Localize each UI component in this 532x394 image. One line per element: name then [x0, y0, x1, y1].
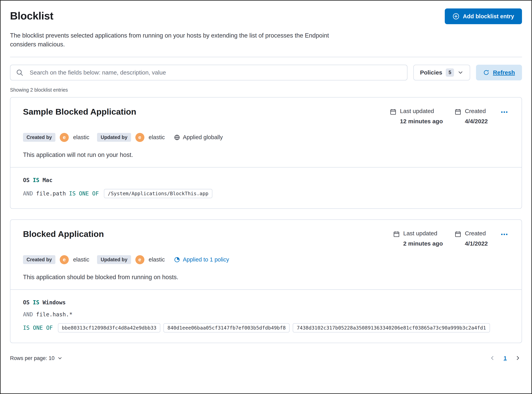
header-divider	[10, 57, 522, 57]
last-updated-label: Last updated	[403, 230, 443, 237]
criteria-line: AND file.hash.*	[23, 311, 509, 318]
blocklist-entry-card: Blocked Application Last updated 2 minut…	[10, 219, 522, 343]
rows-per-page-button[interactable]: Rows per page: 10	[10, 354, 62, 363]
entry-meta: Last updated 12 minutes ago Created 4/4/…	[390, 107, 509, 125]
avatar: e	[60, 133, 69, 142]
entry-description: This application should be blocked from …	[23, 274, 509, 281]
calendar-icon	[393, 231, 400, 238]
criteria-conjunction: AND	[23, 190, 33, 197]
created-by-user: elastic	[73, 256, 89, 263]
plus-circle-icon	[453, 13, 459, 20]
results-count: Showing 2 blocklist entries	[10, 87, 522, 93]
last-updated-value: 12 minutes ago	[400, 118, 443, 125]
criteria-value-box: bbe80313cf12098d3fc4d8a42e9dbb33	[58, 323, 161, 332]
updated-by-user: elastic	[149, 256, 165, 263]
search-icon	[16, 69, 23, 76]
page-header: Blocklist Add blocklist entry	[10, 8, 522, 24]
created-label: Created	[465, 230, 488, 237]
created-by-badge: Created by	[23, 255, 56, 264]
criteria-operator: IS ONE OF	[23, 325, 53, 331]
toolbar: Policies 5 Refresh	[10, 65, 522, 80]
boxes-horizontal-icon	[501, 109, 508, 116]
entry-attribution-row: Created by e elastic Updated by e elasti…	[23, 133, 509, 142]
created-by-user: elastic	[73, 134, 89, 140]
entry-actions-menu-button[interactable]	[500, 107, 509, 117]
criteria-line: OS IS Windows	[23, 299, 509, 306]
entry-scope-label: Applied globally	[183, 134, 223, 140]
chevron-right-icon	[515, 355, 521, 361]
created-label: Created	[465, 108, 488, 114]
criteria-field: OS	[23, 299, 30, 306]
refresh-label: Refresh	[493, 69, 515, 76]
avatar: e	[135, 255, 144, 264]
criteria-line: AND file.path IS ONE OF /System/Applicat…	[23, 189, 509, 198]
criteria-line: IS ONE OF bbe80313cf12098d3fc4d8a42e9dbb…	[23, 323, 509, 332]
policies-count-badge: 5	[446, 68, 454, 77]
created-by-badge: Created by	[23, 133, 56, 142]
criteria-operator: IS	[33, 177, 40, 183]
criteria-value-box: 840d1eee06baa05cf3147fb7ef003b5dfdb49bf8	[163, 323, 289, 332]
criteria-value-box: /System/Applications/BlockThis.app	[104, 189, 212, 198]
policies-label: Policies	[420, 69, 442, 76]
entry-title: Sample Blocked Application	[23, 107, 136, 117]
page-title: Blocklist	[10, 10, 53, 22]
chevron-down-icon	[457, 70, 463, 76]
criteria-value-box: 7438d3102c317b05228a350891363340206e81cf…	[293, 323, 490, 332]
blocklist-page: Blocklist Add blocklist entry The blockl…	[0, 0, 532, 369]
last-updated-label: Last updated	[400, 108, 443, 114]
updated-by-badge: Updated by	[97, 255, 131, 264]
globe-icon	[174, 134, 180, 140]
criteria-field: OS	[23, 177, 30, 183]
entry-title: Blocked Application	[23, 229, 104, 239]
last-updated-value: 2 minutes ago	[403, 240, 443, 247]
boxes-horizontal-icon	[501, 231, 508, 238]
entry-card-main: Blocked Application Last updated 2 minut…	[10, 220, 522, 289]
search-box	[10, 65, 407, 80]
entry-description: This application will not run on your ho…	[23, 151, 509, 158]
blocklist-entry-card: Sample Blocked Application Last updated …	[10, 97, 522, 209]
entry-scope: Applied globally	[174, 134, 223, 140]
criteria-value: Windows	[42, 299, 66, 306]
refresh-button[interactable]: Refresh	[476, 65, 522, 80]
created-value: 4/1/2022	[465, 240, 488, 247]
pagination: 1	[488, 354, 522, 363]
chevron-left-icon	[489, 355, 495, 361]
criteria-field: file.path	[36, 190, 66, 197]
table-footer: Rows per page: 10 1	[10, 354, 522, 363]
add-blocklist-entry-button[interactable]: Add blocklist entry	[445, 8, 522, 24]
updated-by-badge: Updated by	[97, 133, 131, 142]
last-updated-group: Last updated 12 minutes ago	[390, 108, 443, 125]
last-updated-group: Last updated 2 minutes ago	[393, 230, 443, 247]
policies-filter-button[interactable]: Policies 5	[413, 65, 470, 80]
entry-meta: Last updated 2 minutes ago Created 4/1/2…	[393, 229, 509, 247]
calendar-icon	[390, 109, 396, 115]
criteria-conjunction: AND	[23, 311, 33, 318]
refresh-icon	[483, 69, 489, 76]
created-group: Created 4/4/2022	[455, 108, 488, 125]
entry-criteria: OS IS Windows AND file.hash.* IS ONE OF …	[10, 289, 522, 343]
entry-attribution-row: Created by e elastic Updated by e elasti…	[23, 255, 509, 264]
entry-card-main: Sample Blocked Application Last updated …	[10, 98, 522, 167]
avatar: e	[135, 133, 144, 142]
entry-scope-label: Applied to 1 policy	[183, 256, 229, 263]
pagination-next-button[interactable]	[514, 354, 522, 363]
calendar-icon	[455, 231, 461, 238]
updated-by-user: elastic	[149, 134, 165, 140]
pagination-page-1[interactable]: 1	[502, 354, 508, 362]
pagination-prev-button[interactable]	[488, 354, 497, 363]
entry-scope-policy-link[interactable]: Applied to 1 policy	[174, 256, 229, 263]
created-value: 4/4/2022	[465, 118, 488, 125]
rows-per-page-label: Rows per page: 10	[10, 355, 55, 361]
criteria-operator: IS ONE OF	[69, 190, 99, 197]
criteria-value: Mac	[42, 177, 52, 183]
search-input[interactable]	[10, 65, 407, 80]
avatar: e	[60, 255, 69, 264]
criteria-line: OS IS Mac	[23, 177, 509, 183]
created-group: Created 4/1/2022	[455, 230, 488, 247]
criteria-field: file.hash.*	[36, 311, 72, 318]
applied-policy-icon	[174, 257, 180, 263]
entry-criteria: OS IS Mac AND file.path IS ONE OF /Syste…	[10, 167, 522, 208]
calendar-icon	[455, 109, 461, 115]
add-blocklist-entry-label: Add blocklist entry	[463, 13, 514, 20]
entry-actions-menu-button[interactable]	[500, 230, 509, 240]
